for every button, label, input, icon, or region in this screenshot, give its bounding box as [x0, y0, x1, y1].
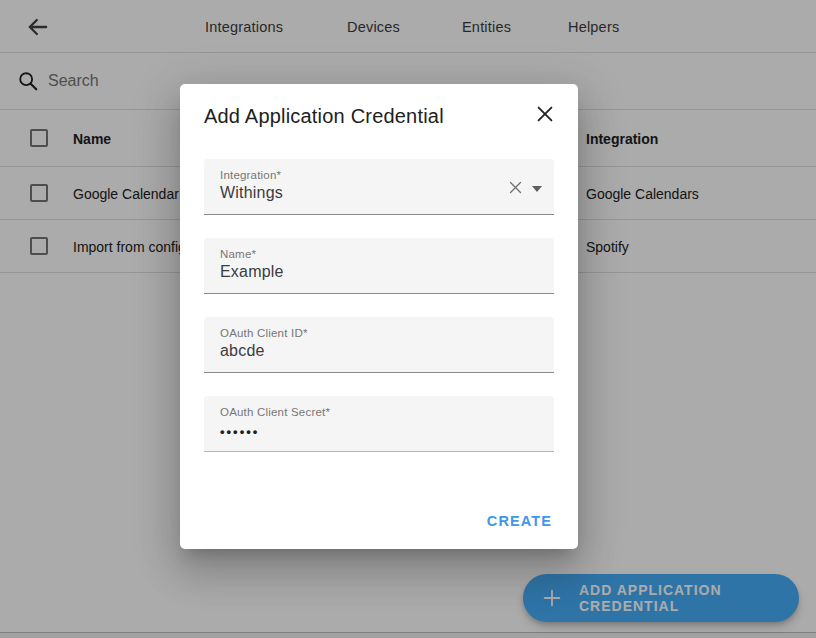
add-application-credential-dialog: Add Application Credential Integration* … — [180, 84, 578, 549]
name-field-label: Name* — [220, 248, 538, 260]
name-field-value[interactable]: Example — [220, 263, 538, 281]
close-icon[interactable] — [532, 101, 558, 127]
chevron-down-icon[interactable] — [532, 186, 542, 192]
oauth-client-id-value[interactable]: abcde — [220, 342, 538, 360]
name-field[interactable]: Name* Example — [204, 238, 554, 294]
oauth-client-secret-field[interactable]: OAuth Client Secret* •••••• — [204, 396, 554, 452]
integration-field-label: Integration* — [220, 169, 538, 181]
integration-field-value[interactable]: Withings — [220, 184, 538, 202]
oauth-client-secret-value[interactable]: •••••• — [220, 424, 538, 439]
oauth-client-secret-label: OAuth Client Secret* — [220, 406, 538, 418]
clear-icon[interactable] — [507, 179, 524, 196]
oauth-client-id-field[interactable]: OAuth Client ID* abcde — [204, 317, 554, 373]
dialog-title: Add Application Credential — [204, 105, 444, 127]
create-button[interactable]: CREATE — [479, 507, 560, 535]
oauth-client-id-label: OAuth Client ID* — [220, 327, 538, 339]
integration-field[interactable]: Integration* Withings — [204, 159, 554, 215]
dialog-form: Integration* Withings Name* Example OAut… — [180, 132, 578, 452]
dialog-header: Add Application Credential — [180, 84, 578, 132]
